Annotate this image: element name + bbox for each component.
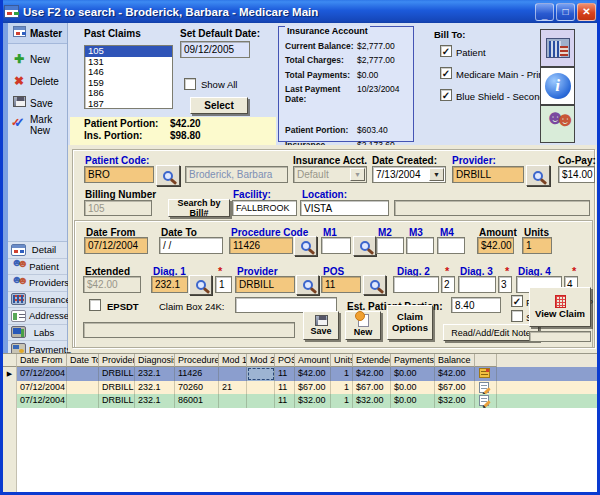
cell-pos[interactable]: 11 [275,381,295,395]
cell-date-to[interactable] [67,367,99,381]
select-button[interactable]: Select [190,97,248,114]
row-selector[interactable] [3,381,17,395]
col-header[interactable]: Extended [353,354,391,367]
epsdt-checkbox[interactable] [89,299,101,311]
sidebar-item-save[interactable]: Save [8,93,67,113]
diag1-field[interactable]: 232.1 [151,276,188,293]
cell-mod1[interactable] [219,394,247,408]
col-header[interactable]: Date To [67,354,99,367]
claim-provider-search-button[interactable] [296,275,319,295]
col-header[interactable]: Procedure [175,354,219,367]
sidebar-item-providers[interactable]: Providers [8,275,67,292]
provider-search-button[interactable] [526,165,550,186]
sidebar-item-mark-new[interactable]: Mark New [8,115,67,135]
claim-provider-field[interactable]: DRBILL [235,276,295,293]
cell-amount[interactable]: $67.00 [295,381,331,395]
diag1-pointer-field[interactable]: 1 [215,276,232,293]
save-claim-button[interactable]: Save [303,311,339,340]
past-claim-item[interactable]: 146 [85,67,172,78]
diag2-field[interactable] [393,276,439,293]
sidebar-master-header[interactable]: Master [8,23,67,44]
cell-payments[interactable]: $0.00 [391,381,435,395]
cell-extended[interactable]: $67.00 [353,381,391,395]
cell-units[interactable]: 1 [331,381,353,395]
bill-to-medicare-checkbox[interactable]: ✓ [440,67,452,79]
close-button[interactable]: ✕ [577,3,596,21]
bill-to-patient-checkbox[interactable]: ✓ [440,45,452,57]
col-header[interactable]: Diagnosis [135,354,175,367]
row-selector[interactable] [3,394,17,408]
cell-date-from[interactable]: 07/12/2004 [17,394,67,408]
col-header[interactable]: Payments [391,354,435,367]
pos-field[interactable]: 11 [321,276,361,293]
table-row[interactable]: 07/12/2004 DRBILL 232.1 86001 11 $32.00 … [3,394,597,408]
cell-provider[interactable]: DRBILL [99,381,135,395]
cell-procedure[interactable]: 70260 [175,381,219,395]
provider-field[interactable]: DRBILL [452,166,524,183]
sidebar-item-delete[interactable]: ✖ Delete [8,71,67,91]
diag3-pointer-field[interactable]: 3 [498,276,512,293]
cell-mod2-focused[interactable] [247,367,275,381]
view-claim-button[interactable]: View Claim [529,287,591,327]
m2-field[interactable] [376,237,404,254]
print-on-claim-checkbox[interactable]: ✓ [511,295,523,307]
bill-to-blueshield-checkbox[interactable]: ✓ [440,89,452,101]
read-add-edit-note-button[interactable]: Read/Add/Edit Note [443,324,539,341]
col-header[interactable]: Mod 1 [219,354,247,367]
cell-balance[interactable]: $42.00 [435,367,475,381]
cell-mod2[interactable] [247,381,275,395]
maximize-button[interactable]: □ [556,3,575,21]
facility-field[interactable]: FALLBROOK [232,200,297,216]
col-header[interactable]: Amount [295,354,331,367]
table-row[interactable]: 07/12/2004 DRBILL 232.1 70260 21 11 $67.… [3,381,597,395]
col-header[interactable]: POS [275,354,295,367]
cell-diagnosis[interactable]: 232.1 [135,367,175,381]
cell-date-to[interactable] [67,394,99,408]
past-claim-item[interactable]: 186 [85,88,172,99]
m4-field[interactable] [437,237,465,254]
cell-extended[interactable]: $32.00 [353,394,391,408]
past-claim-item[interactable]: 187 [85,99,172,110]
diag1-search-button[interactable] [189,275,212,295]
cell-procedure[interactable]: 86001 [175,394,219,408]
procedure-search-button[interactable] [294,236,317,256]
cell-balance[interactable]: $67.00 [435,381,475,395]
date-to-field[interactable]: / / [159,237,223,254]
m3-field[interactable] [406,237,434,254]
new-claim-button[interactable]: New [345,311,381,340]
cell-mod1[interactable] [219,367,247,381]
est-patient-portion-field[interactable]: 8.40 [451,297,501,313]
col-header[interactable]: Balance [435,354,475,367]
chevron-down-icon[interactable]: ▼ [429,168,444,181]
diag2-pointer-field[interactable]: 2 [441,276,455,293]
col-header[interactable]: Date From [17,354,67,367]
cell-amount[interactable]: $32.00 [295,394,331,408]
date-from-field[interactable]: 07/12/2004 [84,237,148,254]
col-header[interactable]: Units [331,354,353,367]
cell-provider[interactable]: DRBILL [99,394,135,408]
procedure-code-field[interactable]: 11426 [229,237,293,254]
cell-payments[interactable]: $0.00 [391,367,435,381]
location-field[interactable]: VISTA [300,200,389,216]
cell-provider[interactable]: DRBILL [99,367,135,381]
cell-units[interactable]: 1 [331,394,353,408]
cell-extended[interactable]: $42.00 [353,367,391,381]
cell-balance[interactable]: $32.00 [435,394,475,408]
past-claims-list[interactable]: 105 131 146 159 186 187 [84,45,173,109]
m1-field[interactable] [321,237,351,254]
patient-search-button[interactable] [156,165,180,186]
cell-date-to[interactable] [67,381,99,395]
cell-amount[interactable]: $42.00 [295,367,331,381]
col-header[interactable]: Mod 2 [247,354,275,367]
minimize-button[interactable]: _ [535,3,554,21]
m1-search-button[interactable] [353,236,376,256]
show-all-checkbox[interactable] [184,78,196,90]
date-created-dropdown[interactable]: 7/13/2004▼ [372,166,446,183]
cell-mod1[interactable]: 21 [219,381,247,395]
sidebar-item-new[interactable]: ✚ New [8,49,67,69]
units-field[interactable]: 1 [522,237,552,254]
sidebar-item-insurance[interactable]: Insurance [8,292,67,309]
patients-button[interactable] [540,105,575,143]
copay-field[interactable]: $14.00 [558,166,595,183]
diag3-field[interactable] [458,276,496,293]
